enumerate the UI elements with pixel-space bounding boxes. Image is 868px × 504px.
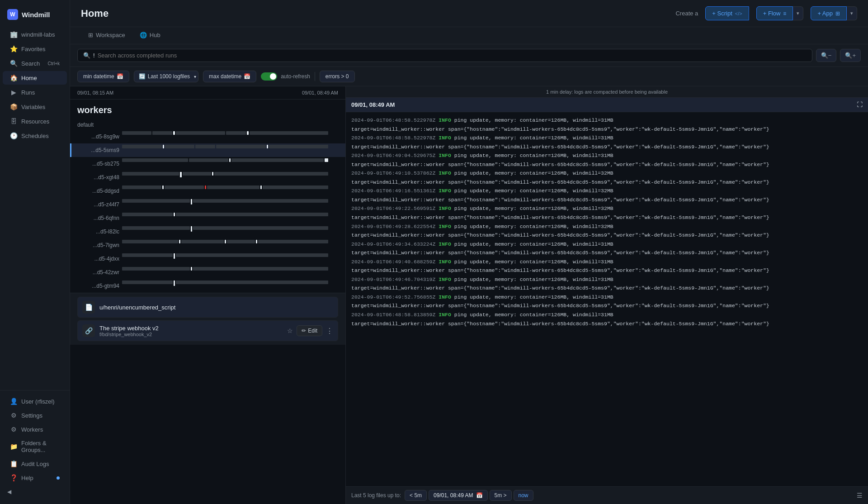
workers-group-label: default <box>70 118 345 130</box>
worker-bar-area <box>122 145 328 156</box>
create-app-button[interactable]: + App ⊞ <box>811 6 847 20</box>
flow-dropdown-button[interactable]: ▾ <box>793 6 803 20</box>
timestamp-left: 09/01, 08:15 AM <box>77 90 113 95</box>
worker-row[interactable]: ...d5-42zwr ⋮ <box>70 266 345 279</box>
sidebar-item-label: Variables <box>21 104 45 110</box>
worker-name: ...d5-xgt48 <box>79 174 119 181</box>
sidebar-item-windmill-labs[interactable]: 🏢 windmill-labs <box>3 28 67 41</box>
create-script-button[interactable]: + Script </> <box>705 6 749 20</box>
more-options-icon[interactable]: ⋮ <box>326 327 333 335</box>
errors-button[interactable]: errors > 0 <box>320 71 355 82</box>
sidebar-item-resources[interactable]: 🗄 Resources <box>3 114 67 128</box>
collapse-icon: ◀ <box>7 489 11 495</box>
worker-name: ...d5-gtm94 <box>79 283 119 289</box>
list-item[interactable]: 📄 u/henri/unencumbered_script <box>77 297 338 318</box>
item-actions: ☆ ✏ Edit ⋮ <box>287 325 333 336</box>
folders-icon: 📁 <box>10 443 17 450</box>
now-button[interactable]: now <box>514 490 533 501</box>
workers-icon: ⚙ <box>10 426 17 433</box>
sidebar-item-label: Schedules <box>21 133 49 139</box>
calendar-icon2: 📅 <box>244 73 250 80</box>
sidebar-item-favorites[interactable]: ⭐ Favorites <box>3 42 67 56</box>
worker-row[interactable]: ...d5-gtm94 ⋮ <box>70 279 345 293</box>
create-flow-button[interactable]: + Flow ≡ <box>756 6 793 20</box>
create-label: Create a <box>675 10 698 17</box>
sidebar-item-user[interactable]: 👤 User (rfiszel) <box>3 395 67 408</box>
worker-row[interactable]: ...d5-sb275 ⋮ <box>70 157 345 171</box>
sidebar-item-label: Help <box>21 475 33 481</box>
bottom-items: 📄 u/henri/unencumbered_script 🔗 The stri… <box>70 293 345 345</box>
item-title: The stripe webhook v2 <box>99 325 283 332</box>
last-logfiles-button[interactable]: 🔄 Last 1000 logfiles ▾ <box>134 71 198 82</box>
tab-hub[interactable]: 🌐 Hub <box>132 27 168 44</box>
worker-row[interactable]: ...d5-l82lc ⋮ <box>70 225 345 238</box>
sidebar-item-help[interactable]: ❓ Help <box>3 471 67 485</box>
sidebar-item-workers[interactable]: ⚙ Workers <box>3 423 67 436</box>
auto-refresh-toggle[interactable] <box>261 72 277 81</box>
min-datetime-button[interactable]: min datetime 📅 <box>77 71 129 82</box>
worker-row[interactable]: ...d5-ddgsd ⋮ <box>70 184 345 198</box>
logo[interactable]: W Windmill <box>0 5 70 27</box>
divider <box>315 72 315 81</box>
sidebar-item-label: Runs <box>21 89 35 96</box>
last-logfiles-label: Last 1000 logfiles <box>148 73 190 80</box>
tab-workspace[interactable]: ⊞ Workspace <box>81 27 132 44</box>
worker-segments <box>122 213 328 216</box>
worker-row[interactable]: ...d5-xgt48 ⋮ <box>70 171 345 184</box>
zoom-in-button[interactable]: 🔍+ <box>840 49 861 62</box>
worker-bar-area <box>122 226 328 237</box>
worker-row[interactable]: ...d5-z44f7 ⋮ <box>70 198 345 211</box>
content-area: 🔍 ! 🔍− 🔍+ min datetime 📅 🔄 Last 1000 log… <box>70 44 868 504</box>
sidebar-item-search[interactable]: 🔍 Search Ctrl+k <box>3 57 67 70</box>
sidebar-item-home[interactable]: 🏠 Home <box>3 71 67 85</box>
item-text: The stripe webhook v2 f/bd/stripe_webhoo… <box>99 325 283 337</box>
sidebar-item-settings[interactable]: ⚙ Settings <box>3 409 67 422</box>
favorites-icon: ⭐ <box>10 45 17 52</box>
hub-icon: 🌐 <box>140 32 147 38</box>
sidebar-item-schedules[interactable]: 🕐 Schedules <box>3 129 67 143</box>
item-text: u/henri/unencumbered_script <box>99 304 333 311</box>
sidebar-item-audit[interactable]: 📋 Audit Logs <box>3 457 67 471</box>
schedules-icon: 🕐 <box>10 132 17 139</box>
search-input-wrap[interactable]: 🔍 ! <box>77 49 812 62</box>
worker-name: ...d5-ddgsd <box>79 188 119 194</box>
dropdown-icon: ▾ <box>194 74 196 79</box>
edit-button[interactable]: ✏ Edit <box>297 325 322 336</box>
logs-header-actions: ⛶ <box>857 101 863 108</box>
search-input[interactable] <box>98 52 807 59</box>
worker-row[interactable]: ...d5-8sg9w ⋮ <box>70 130 345 143</box>
runs-icon: ▶ <box>10 89 17 96</box>
app-dropdown-button[interactable]: ▾ <box>847 6 857 20</box>
max-datetime-button[interactable]: max datetime 📅 <box>203 71 256 82</box>
search-icon: 🔍 <box>83 52 90 59</box>
help-icon: ❓ <box>10 474 17 481</box>
next-5m-button[interactable]: 5m > <box>490 490 512 501</box>
collapse-sidebar[interactable]: ◀ <box>0 485 70 499</box>
worker-name: ...d5-l82lc <box>79 228 119 235</box>
sidebar-item-runs[interactable]: ▶ Runs <box>3 86 67 99</box>
expand-icon[interactable]: ⛶ <box>857 101 863 108</box>
sidebar-item-label: Workers <box>21 426 43 433</box>
worker-bar-area <box>122 199 328 210</box>
scroll-icon[interactable]: ☰ <box>857 492 863 499</box>
worker-bar-area <box>122 172 328 183</box>
sidebar-item-folders[interactable]: 📁 Folders & Groups... <box>3 437 67 456</box>
calendar-icon: 📅 <box>117 73 123 80</box>
list-item[interactable]: 🔗 The stripe webhook v2 f/bd/stripe_webh… <box>77 320 338 341</box>
logs-panel: 1 min delay: logs are compacted before b… <box>346 86 868 504</box>
prev-5m-button[interactable]: < 5m <box>405 490 427 501</box>
sidebar-item-variables[interactable]: 📦 Variables <box>3 100 67 114</box>
worker-row[interactable]: ...d5-7lgwn ⋮ <box>70 238 345 252</box>
script-code-icon: </> <box>735 11 742 16</box>
tab-workspace-label: Workspace <box>96 32 125 38</box>
edit-icon: ✏ <box>302 328 306 334</box>
auto-refresh-toggle-wrap: auto-refresh <box>261 72 310 81</box>
worker-row[interactable]: ...d5-6qfnn ⋮ <box>70 211 345 225</box>
worker-bar-area <box>122 267 328 278</box>
edit-label: Edit <box>308 328 317 334</box>
worker-row[interactable]: ...d5-5sms9 ⋮ <box>70 143 345 157</box>
min-datetime-label: min datetime <box>83 73 114 80</box>
worker-row[interactable]: ...d5-4jdxx ⋮ <box>70 252 345 266</box>
zoom-out-button[interactable]: 🔍− <box>816 49 837 62</box>
star-button[interactable]: ☆ <box>287 327 293 334</box>
